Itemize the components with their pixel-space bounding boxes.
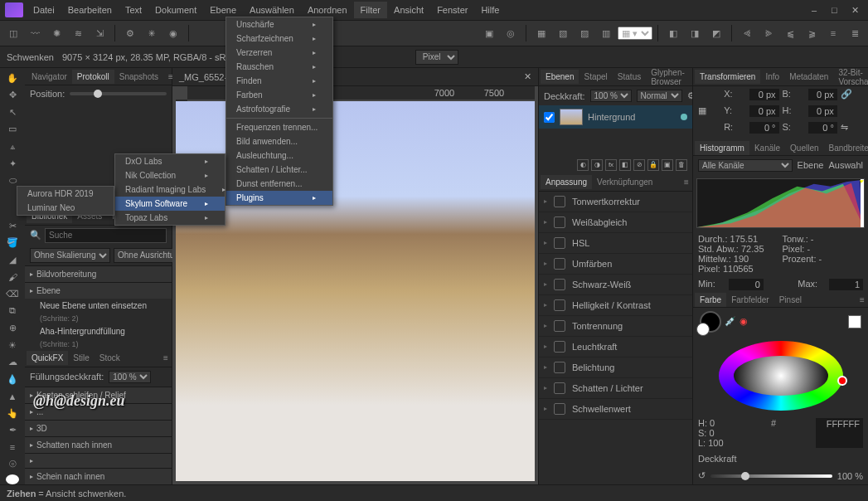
tab-metadaten[interactable]: Metadaten	[784, 70, 833, 84]
tab-transformieren[interactable]: Transformieren	[695, 70, 760, 84]
arrange-mid-icon[interactable]: ◨	[685, 23, 705, 43]
menu-fenster[interactable]: Fenster	[430, 2, 474, 18]
group-icon[interactable]: ▣	[662, 159, 673, 171]
color-swatch-icon[interactable]	[6, 474, 19, 484]
picker-tool-icon[interactable]: ⦾	[3, 458, 22, 472]
fx-icon[interactable]: fx	[605, 159, 617, 171]
align-left-icon[interactable]: ⫷	[737, 23, 757, 43]
tab-verknuepfungen[interactable]: Verknüpfungen	[592, 175, 657, 189]
link-icon[interactable]: ⊘	[633, 159, 645, 171]
dodge-tool-icon[interactable]: ☀	[3, 338, 22, 353]
menu-text[interactable]: Text	[119, 2, 148, 18]
arrange-front-icon[interactable]: ◩	[706, 23, 726, 43]
hand-tool-icon[interactable]: ✋	[3, 71, 22, 85]
units-select[interactable]: Pixel	[415, 50, 458, 65]
opacity-select[interactable]: 100 %	[590, 90, 632, 102]
adjustment-row[interactable]: Tontrennung	[539, 316, 692, 337]
section-ebene[interactable]: Ebene	[25, 282, 172, 299]
tab-anpassung[interactable]: Anpassung	[541, 175, 592, 189]
align-top-icon[interactable]: ⫺	[802, 23, 822, 43]
max-value[interactable]: 1	[829, 279, 863, 290]
blend-icon[interactable]: ◧	[619, 159, 631, 171]
min-value[interactable]: 0	[729, 279, 763, 290]
clone-tool-icon[interactable]: ⧉	[3, 304, 22, 319]
panel-menu-icon[interactable]: ≡	[679, 175, 691, 189]
tab-navigator[interactable]: Navigator	[27, 70, 72, 84]
menu-filter[interactable]: Filter	[354, 2, 387, 18]
menu-anordnen[interactable]: Anordnen	[301, 2, 354, 18]
menu-item[interactable]: Topaz Labs	[115, 211, 225, 225]
tab-farbe[interactable]: Farbe	[695, 293, 726, 307]
menu-ansicht[interactable]: Ansicht	[387, 2, 430, 18]
menu-item[interactable]: Rauschen	[226, 60, 332, 74]
select-color-icon[interactable]: ▥	[596, 23, 616, 43]
fx-item[interactable]: 3D	[25, 420, 172, 436]
menu-item[interactable]: Finden	[226, 74, 332, 88]
tab-protokoll[interactable]: Protokoll	[72, 70, 114, 84]
menu-item[interactable]: Ausleuchtung...	[226, 148, 332, 163]
crop-tool-icon[interactable]: ✂	[3, 219, 22, 233]
macro-item[interactable]: Aha-Hintergrundfüllung	[25, 324, 172, 338]
marquee-tool-icon[interactable]: ▭	[3, 123, 22, 137]
adjustment-row[interactable]: Tonwertkorrektur	[539, 192, 692, 212]
tab-snapshots[interactable]: Snapshots	[114, 70, 163, 84]
adjustment-row[interactable]: Schwellenwert	[539, 399, 692, 420]
invert-icon[interactable]: ▨	[575, 23, 594, 43]
panel-menu-icon[interactable]: ≡	[855, 293, 866, 307]
hex-value[interactable]: FFFFFF	[816, 418, 863, 448]
mask-icon[interactable]: ◐	[577, 159, 589, 171]
tab-stock[interactable]: Stock	[95, 351, 125, 365]
align-center-icon[interactable]: ⫸	[759, 23, 778, 43]
tab-histogramm[interactable]: Histogramm	[695, 141, 749, 155]
opacity-slider[interactable]	[710, 474, 832, 478]
section-bildvorbereitung[interactable]: Bildvorbereitung	[25, 265, 172, 282]
eraser-tool-icon[interactable]: ⌫	[3, 287, 22, 301]
tab-bandbreite[interactable]: Bandbreite	[824, 141, 868, 155]
close-icon[interactable]: ✕	[845, 2, 858, 19]
color-wheel[interactable]	[719, 341, 843, 411]
position-slider[interactable]	[70, 92, 167, 95]
align-right-icon[interactable]: ⫹	[780, 23, 800, 43]
lasso-tool-icon[interactable]: ⟁	[3, 139, 22, 153]
adjustment-row[interactable]: Belichtung	[539, 358, 692, 378]
wand-tool-icon[interactable]: ✦	[3, 157, 22, 171]
text-tool-icon[interactable]: ≡	[3, 440, 22, 455]
menu-item[interactable]: Dunst entfernen...	[226, 177, 332, 191]
anchor-icon[interactable]: ▦	[698, 105, 720, 117]
gear-icon[interactable]: ⚙	[120, 23, 140, 43]
crop-icon[interactable]: ▣	[479, 23, 499, 43]
menu-item[interactable]: Nik Collection	[115, 168, 225, 182]
minimize-icon[interactable]: –	[805, 2, 818, 19]
select-mode[interactable]: ▦ ▾	[618, 27, 652, 40]
gradient-tool-icon[interactable]: ◢	[3, 253, 22, 267]
align-middle-icon[interactable]: ≡	[823, 23, 843, 43]
menu-dokument[interactable]: Dokument	[148, 2, 203, 18]
tab-info[interactable]: Info	[760, 70, 784, 84]
blend-select[interactable]: Normal	[637, 90, 682, 102]
adjustment-row[interactable]: Schatten / Lichter	[539, 378, 692, 399]
menu-item[interactable]: Unschärfe	[226, 17, 332, 32]
sharpen-tool-icon[interactable]: ▲	[3, 389, 22, 403]
tab-kanaele[interactable]: Kanäle	[749, 141, 785, 155]
color-handle[interactable]	[837, 376, 847, 386]
delete-icon[interactable]: 🗑	[676, 159, 687, 171]
tab-ebenen[interactable]: Ebenen	[541, 70, 579, 84]
tab-32bit[interactable]: 32-Bit-Vorschau	[833, 66, 868, 89]
tab-quellen[interactable]: Quellen	[785, 141, 823, 155]
tab-pinsel[interactable]: Pinsel	[774, 293, 807, 307]
layer-row[interactable]: Hintergrund	[539, 105, 692, 129]
fx-item[interactable]: Schein nach innen	[25, 468, 172, 484]
menu-datei[interactable]: Datei	[27, 2, 61, 18]
fx-item[interactable]	[25, 453, 172, 468]
menu-hilfe[interactable]: Hilfe	[474, 2, 506, 18]
adjustment-row[interactable]: Leuchtkraft	[539, 337, 692, 358]
heal-tool-icon[interactable]: ⊕	[3, 321, 22, 335]
menu-item[interactable]: DxO Labs	[115, 154, 225, 168]
menu-item[interactable]: Bild anwenden...	[226, 134, 332, 148]
menu-item[interactable]: Scharfzeichnen	[226, 32, 332, 46]
menu-item[interactable]: Frequenzen trennen...	[226, 120, 332, 134]
adjustment-row[interactable]: HSL	[539, 233, 692, 254]
secondary-swatch[interactable]	[848, 315, 861, 328]
brush-tool-icon[interactable]: 🖌	[3, 270, 22, 285]
menu-auswaehlen[interactable]: Auswählen	[243, 2, 301, 18]
